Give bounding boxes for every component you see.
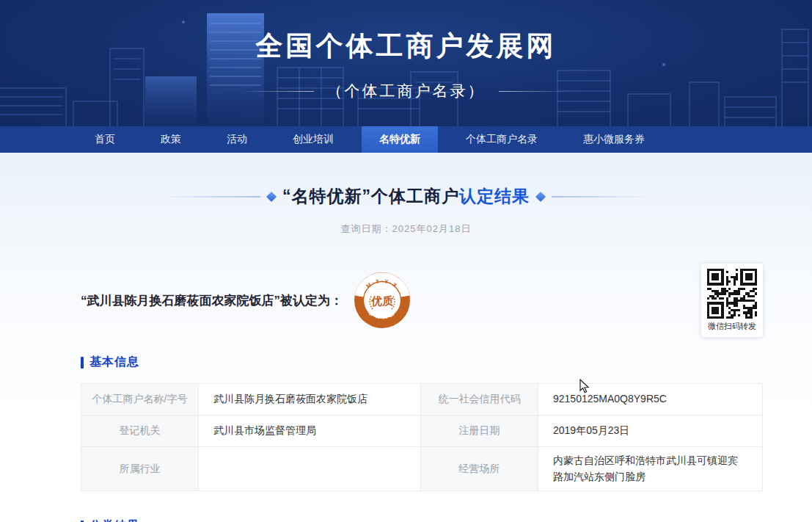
qr-code [707, 269, 757, 319]
title-diamond-right [535, 191, 546, 201]
title-line-left [161, 196, 260, 197]
basic-info-table: 个体工商户名称/字号 武川县陈月换石磨莜面农家院饭店 统一社会信用代码 9215… [81, 383, 763, 491]
wechat-qr-card: 微信扫码转发 [701, 264, 763, 337]
table-row: 所属行业 经营场所 内蒙古自治区呼和浩特市武川县可镇迎宾路加汽站东侧门脸房 [81, 447, 763, 491]
nav-item-training[interactable]: 创业培训 [275, 126, 351, 153]
cell-label: 个体工商户名称/字号 [81, 384, 199, 416]
title-line-right [552, 196, 651, 197]
main-navigation: 首页 政策 活动 创业培训 名特优新 个体工商户名录 惠小微服务券 [0, 126, 812, 153]
cell-label: 统一社会信用代码 [421, 384, 538, 416]
quality-seal-badge: M·T·Y·X ····· 优质 名特优新 [353, 271, 412, 330]
table-row: 登记机关 武川县市场监督管理局 注册日期 2019年05月23日 [81, 416, 763, 447]
badge-dots: ····· [377, 286, 388, 291]
section-bar-icon [81, 357, 84, 369]
nav-item-mtyx[interactable]: 名特优新 [362, 126, 438, 153]
qr-caption: 微信扫码转发 [708, 321, 756, 332]
nav-item-directory[interactable]: 个体工商户名录 [448, 126, 555, 153]
title-diamond-left [266, 191, 277, 201]
page-title: “名特优新”个体工商户认定结果 [282, 185, 530, 208]
section-title: 分类结果 [89, 518, 139, 522]
content-area: “名特优新”个体工商户认定结果 查询日期：2025年02月18日 “武川县陈月换… [0, 153, 812, 522]
cell-value: 2019年05月23日 [538, 416, 763, 447]
nav-item-home[interactable]: 首页 [77, 126, 133, 153]
cell-value: 92150125MA0Q8Y9R5C [538, 384, 763, 416]
mouse-cursor [579, 379, 592, 394]
badge-center-text: 优质 [370, 294, 394, 307]
cell-value [199, 447, 421, 491]
cell-value: 内蒙古自治区呼和浩特市武川县可镇迎宾路加汽站东侧门脸房 [538, 447, 763, 491]
site-title: 全国个体工商户发展网 [0, 0, 812, 65]
cell-label: 经营场所 [421, 447, 538, 491]
page-title-row: “名特优新”个体工商户认定结果 [0, 153, 812, 208]
subtitle-line-right [499, 91, 572, 92]
cell-label: 所属行业 [81, 447, 199, 491]
recognition-row: “武川县陈月换石磨莜面农家院饭店”被认定为： M·T·Y·X ·· [81, 264, 763, 337]
nav-item-policy[interactable]: 政策 [143, 126, 199, 153]
cell-label: 注册日期 [421, 416, 538, 447]
header-banner: 全国个体工商户发展网 （个体工商户名录） [0, 0, 812, 126]
section-classification-result: 分类结果 [81, 518, 763, 522]
cell-value: 武川县陈月换石磨莜面农家院饭店 [199, 384, 421, 416]
section-title: 基本信息 [89, 355, 139, 370]
subtitle-line-left [241, 91, 314, 92]
section-basic-info: 基本信息 [81, 355, 763, 370]
nav-item-activity[interactable]: 活动 [209, 126, 265, 153]
site-subtitle: （个体工商户名录） [327, 81, 486, 101]
query-date: 查询日期：2025年02月18日 [0, 222, 812, 236]
cell-value: 武川县市场监督管理局 [199, 416, 421, 447]
recognition-statement: “武川县陈月换石磨莜面农家院饭店”被认定为： [81, 292, 343, 309]
nav-item-voucher[interactable]: 惠小微服务券 [566, 126, 662, 153]
cell-label: 登记机关 [81, 416, 199, 447]
table-row: 个体工商户名称/字号 武川县陈月换石磨莜面农家院饭店 统一社会信用代码 9215… [81, 384, 763, 416]
